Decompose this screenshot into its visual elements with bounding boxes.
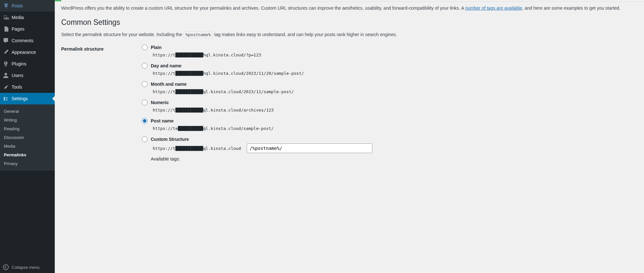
sidebar-item-label: Posts bbox=[12, 3, 23, 8]
sidebar-item-comments[interactable]: Comments bbox=[0, 35, 55, 46]
plugin-icon bbox=[3, 61, 9, 67]
progress-bar bbox=[55, 0, 644, 2]
collapse-menu[interactable]: Collapse menu bbox=[0, 261, 55, 273]
help-text: Select the permalink structure for your … bbox=[61, 31, 638, 38]
custom-structure-input[interactable] bbox=[247, 143, 372, 153]
wrench-icon bbox=[3, 84, 9, 90]
submenu-media[interactable]: Media bbox=[0, 142, 55, 151]
radio-month-name-input[interactable] bbox=[142, 81, 148, 87]
radio-numeric-input[interactable] bbox=[142, 100, 148, 105]
submenu-general[interactable]: General bbox=[0, 107, 55, 116]
sidebar-item-label: Pages bbox=[12, 26, 24, 32]
sidebar-item-tools[interactable]: Tools bbox=[0, 81, 55, 93]
sidebar-item-label: Media bbox=[12, 15, 24, 20]
sidebar-item-appearance[interactable]: Appearance bbox=[0, 46, 55, 58]
intro-text: WordPress offers you the ability to crea… bbox=[61, 5, 638, 12]
media-icon bbox=[3, 14, 9, 21]
radio-label-text: Post name bbox=[151, 118, 174, 123]
collapse-icon bbox=[3, 264, 9, 270]
radio-numeric[interactable]: Numeric bbox=[142, 100, 638, 105]
sidebar-item-media[interactable]: Media bbox=[0, 12, 55, 23]
tags-available-link[interactable]: number of tags are available bbox=[465, 5, 522, 11]
radio-label-text: Custom Structure bbox=[151, 137, 189, 142]
submenu-privacy[interactable]: Privacy bbox=[0, 159, 55, 168]
settings-icon bbox=[3, 95, 9, 102]
example-day-name: https://t███████████hql.kinsta.cloud/202… bbox=[151, 70, 306, 77]
radio-plain-input[interactable] bbox=[142, 44, 148, 50]
submenu-reading[interactable]: Reading bbox=[0, 124, 55, 133]
settings-submenu: General Writing Reading Discussion Media… bbox=[0, 104, 55, 171]
example-plain: https://t███████████hql.kinsta.cloud/?p=… bbox=[151, 52, 263, 58]
section-heading: Common Settings bbox=[61, 18, 638, 27]
page-icon bbox=[3, 26, 9, 32]
radio-label-text: Numeric bbox=[151, 100, 169, 105]
postname-tag: %postname% bbox=[183, 31, 213, 38]
sidebar-item-plugins[interactable]: Plugins bbox=[0, 58, 55, 70]
sidebar-item-label: Appearance bbox=[12, 50, 36, 55]
sidebar-item-label: Tools bbox=[12, 84, 22, 90]
radio-day-name[interactable]: Day and name bbox=[142, 63, 638, 69]
user-icon bbox=[3, 72, 9, 79]
available-tags-label: Available tags: bbox=[151, 156, 638, 161]
sidebar-item-pages[interactable]: Pages bbox=[0, 23, 55, 35]
example-numeric: https://t███████████ql.kinsta.cloud/arch… bbox=[151, 107, 276, 113]
radio-custom-input[interactable] bbox=[142, 136, 148, 142]
radio-plain[interactable]: Plain bbox=[142, 44, 638, 50]
sidebar-item-users[interactable]: Users bbox=[0, 70, 55, 81]
sidebar-item-label: Plugins bbox=[12, 61, 26, 66]
svg-point-0 bbox=[3, 265, 8, 270]
sidebar-item-posts[interactable]: Posts bbox=[0, 0, 55, 12]
brush-icon bbox=[3, 49, 9, 55]
radio-custom[interactable]: Custom Structure bbox=[142, 136, 638, 142]
submenu-discussion[interactable]: Discussion bbox=[0, 133, 55, 142]
example-month-name: https://t███████████ql.kinsta.cloud/2023… bbox=[151, 88, 296, 95]
example-post-name: https://te██████████ql.kinsta.cloud/samp… bbox=[151, 125, 276, 132]
radio-label-text: Plain bbox=[151, 45, 161, 50]
sidebar-item-label: Comments bbox=[12, 38, 34, 43]
sidebar-item-label: Settings bbox=[12, 96, 28, 101]
sidebar-item-label: Users bbox=[12, 73, 24, 78]
radio-post-name-input[interactable] bbox=[142, 118, 148, 124]
radio-post-name[interactable]: Post name bbox=[142, 118, 638, 124]
radio-label-text: Day and name bbox=[151, 63, 181, 68]
radio-day-name-input[interactable] bbox=[142, 63, 148, 69]
sidebar-item-settings[interactable]: Settings bbox=[0, 93, 55, 104]
submenu-writing[interactable]: Writing bbox=[0, 116, 55, 124]
collapse-label: Collapse menu bbox=[12, 265, 40, 270]
radio-month-name[interactable]: Month and name bbox=[142, 81, 638, 87]
pin-icon bbox=[3, 3, 9, 9]
radio-label-text: Month and name bbox=[151, 82, 187, 87]
permalink-structure-label: Permalink structure bbox=[61, 46, 104, 52]
custom-base-url: https://t███████████ql.kinsta.cloud bbox=[151, 145, 243, 152]
comment-icon bbox=[3, 37, 9, 44]
submenu-permalinks[interactable]: Permalinks bbox=[0, 151, 55, 159]
